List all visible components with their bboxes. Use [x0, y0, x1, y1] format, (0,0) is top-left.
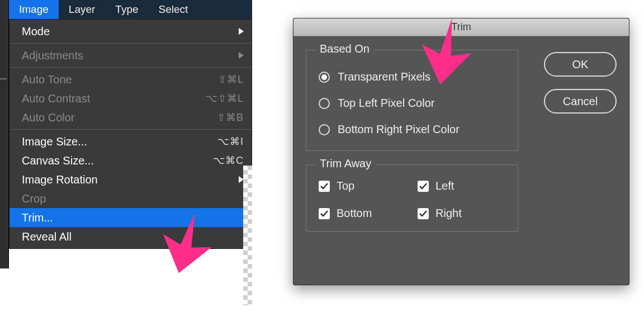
checkbox-label: Top — [337, 180, 354, 192]
menu-item-label: Adjustments — [22, 49, 239, 62]
menu-shortcut: ⇧⌘L — [218, 73, 244, 86]
menu-item-label: Reveal All — [22, 230, 244, 243]
checkbox-icon — [319, 181, 330, 192]
menubar-item-layer[interactable]: Layer — [59, 0, 106, 19]
menu-item-auto-contrast: Auto Contrast ⌥⇧⌘L — [10, 89, 252, 108]
menu-shortcut: ⇧⌘B — [217, 111, 244, 124]
ok-button[interactable]: OK — [544, 52, 617, 77]
based-on-legend: Based On — [315, 43, 374, 55]
menubar-item-type[interactable]: Type — [105, 0, 148, 19]
dialog-title: Trim — [293, 18, 629, 36]
menu-item-auto-color: Auto Color ⇧⌘B — [10, 108, 252, 127]
menu-panel: Image Layer Type Select Mode Adjustments… — [9, 0, 252, 249]
based-on-group: Based On Transparent Pixels Top Left Pix… — [306, 50, 518, 151]
checkbox-icon — [319, 208, 330, 219]
checkbox-top[interactable]: Top — [319, 180, 406, 192]
menu-separator — [10, 43, 252, 44]
menubar-item-image[interactable]: Image — [9, 0, 59, 19]
menu-item-image-rotation[interactable]: Image Rotation — [10, 170, 252, 189]
menu-item-label: Crop — [22, 192, 244, 205]
radio-label: Bottom Right Pixel Color — [338, 123, 460, 136]
checkbox-label: Right — [435, 207, 462, 220]
radio-bottom-right-pixel[interactable]: Bottom Right Pixel Color — [319, 123, 505, 136]
submenu-arrow-icon — [239, 52, 244, 59]
checkbox-right[interactable]: Right — [418, 207, 505, 220]
menu-separator — [10, 67, 252, 68]
menu-item-canvas-size[interactable]: Canvas Size... ⌥⌘C — [10, 151, 252, 170]
checkbox-icon — [418, 208, 429, 219]
menu-shortcut: ⌥⇧⌘L — [206, 92, 244, 105]
cancel-button[interactable]: Cancel — [544, 89, 617, 114]
menu-item-label: Image Rotation — [22, 173, 239, 186]
radio-label: Top Left Pixel Color — [338, 97, 434, 110]
checkbox-bottom[interactable]: Bottom — [319, 207, 406, 220]
menu-item-label: Image Size... — [22, 135, 217, 148]
checkbox-label: Left — [435, 180, 454, 192]
menu-item-label: Auto Color — [22, 111, 217, 124]
menu-item-label: Trim... — [22, 211, 244, 224]
menu-shortcut: ⌥⌘C — [213, 154, 244, 167]
checkbox-left[interactable]: Left — [418, 180, 505, 192]
trim-away-legend: Trim Away — [315, 157, 376, 170]
submenu-arrow-icon — [239, 28, 244, 35]
radio-icon — [319, 124, 330, 135]
radio-top-left-pixel[interactable]: Top Left Pixel Color — [319, 97, 505, 110]
app-left-edge — [0, 0, 9, 268]
trim-dialog: Trim Based On Transparent Pixels Top Lef… — [293, 18, 629, 285]
menu-item-auto-tone: Auto Tone ⇧⌘L — [10, 70, 252, 89]
menubar-item-select[interactable]: Select — [149, 0, 198, 19]
menu-item-label: Mode — [22, 25, 239, 38]
menu-item-label: Auto Contrast — [22, 92, 206, 105]
menu-item-adjustments: Adjustments — [10, 46, 252, 65]
checkbox-icon — [418, 181, 429, 192]
menu-item-reveal-all[interactable]: Reveal All — [10, 227, 252, 246]
transparency-checker — [243, 166, 252, 305]
menu-item-label: Auto Tone — [22, 73, 218, 86]
menu-item-image-size[interactable]: Image Size... ⌥⌘I — [10, 132, 252, 151]
radio-icon — [319, 98, 330, 109]
menu-item-trim[interactable]: Trim... — [10, 208, 252, 227]
image-dropdown: Mode Adjustments Auto Tone ⇧⌘L Auto Cont… — [9, 19, 252, 249]
menu-item-mode[interactable]: Mode — [10, 22, 252, 41]
radio-label: Transparent Pixels — [338, 70, 430, 83]
radio-transparent-pixels[interactable]: Transparent Pixels — [319, 70, 505, 83]
trim-away-group: Trim Away Top Left — [306, 164, 518, 232]
dialog-buttons: OK Cancel — [544, 52, 617, 114]
checkbox-label: Bottom — [337, 207, 372, 220]
menu-item-crop: Crop — [10, 189, 252, 208]
radio-icon — [319, 72, 330, 83]
menu-separator — [10, 129, 252, 130]
menu-shortcut: ⌥⌘I — [217, 135, 244, 148]
menu-item-label: Canvas Size... — [22, 154, 213, 167]
menubar: Image Layer Type Select — [9, 0, 252, 19]
